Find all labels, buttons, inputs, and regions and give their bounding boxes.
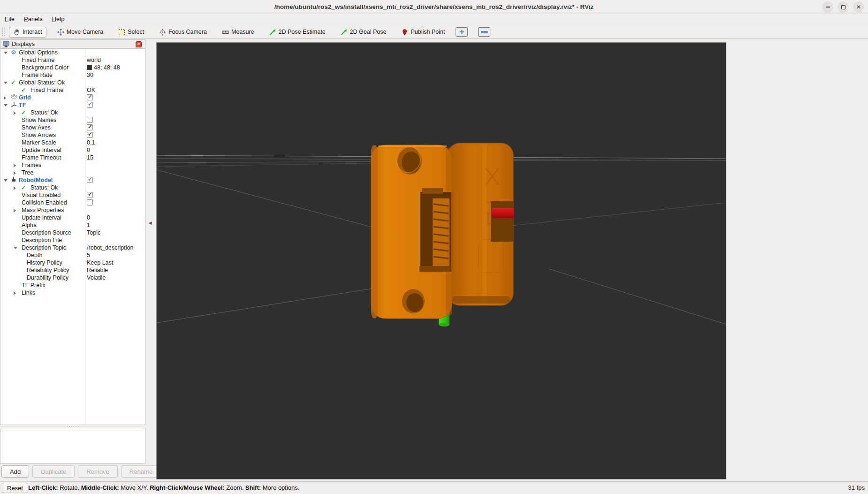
tree-row[interactable]: Fixed Frameworld bbox=[0, 56, 145, 64]
property-label: Description Source bbox=[22, 229, 71, 236]
property-value[interactable]: OK bbox=[87, 86, 95, 94]
focus-camera-icon bbox=[159, 29, 166, 36]
property-value[interactable]: world bbox=[87, 56, 101, 64]
checkbox[interactable]: ✓ bbox=[87, 102, 93, 108]
tree-row[interactable]: Update Interval0 bbox=[0, 214, 145, 221]
checkbox[interactable] bbox=[87, 117, 93, 123]
expander-open-icon[interactable] bbox=[4, 104, 8, 106]
tree-row[interactable]: Grid✓ bbox=[0, 94, 145, 101]
expander-open-icon[interactable] bbox=[4, 82, 8, 84]
duplicate-button[interactable]: Duplicate bbox=[32, 465, 75, 478]
tree-row[interactable]: Mass Properties bbox=[0, 206, 145, 214]
expander-open-icon[interactable] bbox=[14, 247, 17, 249]
property-value[interactable]: Keep Last bbox=[87, 259, 113, 266]
tree-row[interactable]: Alpha1 bbox=[0, 221, 145, 229]
tree-row[interactable]: Links bbox=[0, 289, 145, 296]
close-icon[interactable]: ✕ bbox=[853, 1, 864, 13]
property-value[interactable]: Topic bbox=[87, 229, 100, 236]
tree-row[interactable]: Description Topic/robot_description bbox=[0, 244, 145, 251]
expander-closed-icon[interactable] bbox=[14, 291, 16, 295]
panel-close-icon[interactable]: ✕ bbox=[136, 41, 142, 47]
property-value[interactable]: 1 bbox=[87, 221, 90, 229]
tree-row[interactable]: Update Interval0 bbox=[0, 146, 145, 154]
expander-closed-icon[interactable] bbox=[14, 111, 16, 115]
maximize-icon[interactable] bbox=[838, 1, 849, 13]
tool-2d-pose-estimate[interactable]: 2D Pose Estimate bbox=[265, 27, 330, 38]
tree-row[interactable]: Marker Scale0.1 bbox=[0, 139, 145, 146]
toolbar-grip[interactable] bbox=[1, 27, 5, 37]
tree-row[interactable]: Reliability PolicyReliable bbox=[0, 266, 145, 274]
tree-row[interactable]: Show Axes✓ bbox=[0, 124, 145, 131]
checkbox[interactable]: ✓ bbox=[87, 94, 93, 100]
hide-left-dock-button[interactable]: ◀ bbox=[147, 220, 153, 226]
property-value[interactable]: 0.1 bbox=[87, 139, 95, 146]
checkbox[interactable]: ✓ bbox=[87, 177, 93, 183]
window-title: /home/ubuntu/ros2_ws/install/xsens_mti_r… bbox=[0, 0, 868, 14]
tool-focus-camera[interactable]: Focus Camera bbox=[155, 27, 211, 38]
tree-row[interactable]: ✓Status: Ok bbox=[0, 184, 145, 191]
tree-row[interactable]: ⚙Global Options bbox=[0, 49, 145, 56]
tree-row[interactable]: Visual Enabled✓ bbox=[0, 191, 145, 199]
tool-move-camera[interactable]: Move Camera bbox=[53, 27, 108, 38]
menu-panels[interactable]: Panels bbox=[19, 14, 47, 24]
zoom-in-icon[interactable]: + bbox=[456, 27, 468, 37]
property-value[interactable]: 30 bbox=[87, 71, 93, 79]
expander-closed-icon[interactable] bbox=[14, 171, 16, 175]
property-value[interactable]: 5 bbox=[87, 251, 90, 259]
property-value[interactable]: 15 bbox=[87, 154, 93, 161]
tool-interact[interactable]: Interact bbox=[9, 27, 46, 38]
tree-row[interactable]: ✓Global Status: Ok bbox=[0, 79, 145, 86]
expander-closed-icon[interactable] bbox=[14, 164, 16, 167]
minimize-icon[interactable] bbox=[822, 1, 833, 13]
displays-panel-header[interactable]: Displays ✕ bbox=[0, 39, 145, 48]
tree-row[interactable]: TF Prefix bbox=[0, 281, 145, 289]
tree-row[interactable]: Description SourceTopic bbox=[0, 229, 145, 236]
checkbox[interactable]: ✓ bbox=[87, 132, 93, 138]
tree-row[interactable]: Depth5 bbox=[0, 251, 145, 259]
tree-row[interactable]: TF✓ bbox=[0, 101, 145, 109]
tree-row[interactable]: Frame Rate30 bbox=[0, 71, 145, 79]
property-label: Reliability Policy bbox=[27, 266, 69, 274]
property-value[interactable]: 0 bbox=[87, 214, 90, 221]
add-button[interactable]: Add bbox=[1, 465, 29, 478]
property-value[interactable]: 0 bbox=[87, 146, 90, 154]
green-arrow-icon bbox=[269, 29, 276, 36]
expander-open-icon[interactable] bbox=[4, 52, 8, 54]
checkbox[interactable]: ✓ bbox=[87, 192, 93, 198]
3d-viewport[interactable] bbox=[156, 42, 726, 479]
tree-row[interactable]: Durability PolicyVolatile bbox=[0, 274, 145, 281]
menu-file[interactable]: File bbox=[0, 14, 19, 24]
tool-select[interactable]: Select bbox=[114, 27, 148, 38]
tool-2d-goal-pose[interactable]: 2D Goal Pose bbox=[336, 27, 391, 38]
remove-button[interactable]: Remove bbox=[78, 465, 117, 478]
tree-row[interactable]: Frames bbox=[0, 161, 145, 169]
property-value[interactable]: Volatile bbox=[87, 274, 106, 281]
zoom-out-icon[interactable] bbox=[478, 27, 490, 37]
titlebar[interactable]: /home/ubuntu/ros2_ws/install/xsens_mti_r… bbox=[0, 0, 868, 14]
tree-row[interactable]: Frame Timeout15 bbox=[0, 154, 145, 161]
rename-button[interactable]: Rename bbox=[121, 465, 161, 478]
expander-open-icon[interactable] bbox=[4, 179, 8, 182]
tree-row[interactable]: RobotModel✓ bbox=[0, 176, 145, 184]
tree-row[interactable]: Show Arrows✓ bbox=[0, 131, 145, 139]
tree-row[interactable]: ✓Status: Ok bbox=[0, 109, 145, 116]
tool-publish-point[interactable]: Publish Point bbox=[397, 27, 449, 38]
expander-closed-icon[interactable] bbox=[14, 209, 16, 213]
expander-closed-icon[interactable] bbox=[4, 96, 6, 100]
tree-row[interactable]: Description File bbox=[0, 236, 145, 244]
tree-row[interactable]: Show Names bbox=[0, 116, 145, 124]
property-value[interactable]: Reliable bbox=[87, 266, 108, 274]
property-value[interactable]: 48; 48; 48 bbox=[87, 64, 120, 71]
tree-row[interactable]: History PolicyKeep Last bbox=[0, 259, 145, 266]
tree-row[interactable]: ✓Fixed FrameOK bbox=[0, 86, 145, 94]
expander-closed-icon[interactable] bbox=[14, 186, 16, 190]
tree-row[interactable]: Tree bbox=[0, 169, 145, 176]
menu-help[interactable]: Help bbox=[47, 14, 69, 24]
checkbox[interactable] bbox=[87, 199, 93, 205]
property-value[interactable]: /robot_description bbox=[87, 244, 133, 251]
tree-row[interactable]: Background Color48; 48; 48 bbox=[0, 64, 145, 71]
tool-measure[interactable]: Measure bbox=[218, 27, 259, 38]
checkbox[interactable]: ✓ bbox=[87, 124, 93, 130]
reset-button[interactable]: Reset bbox=[2, 483, 28, 493]
tree-row[interactable]: Collision Enabled bbox=[0, 199, 145, 206]
